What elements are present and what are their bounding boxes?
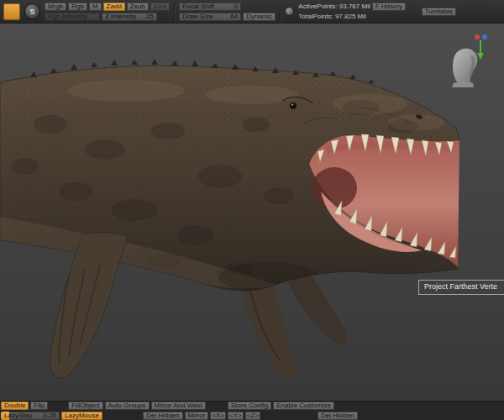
draw-size-slider[interactable]: Draw Size 64 [179, 13, 241, 21]
enable-customize-button[interactable]: Enable Customize [273, 402, 334, 410]
lazystep-slider[interactable]: LazyStep 0.25 [1, 412, 60, 420]
zcut-button[interactable]: Zcut [150, 3, 171, 11]
mosasaur-model[interactable] [0, 59, 459, 378]
dynamic-button[interactable]: Dynamic [243, 13, 276, 21]
brush-size-group: Focal Shift 0 Draw Size 64 Dynamic [179, 3, 276, 21]
zsub-button[interactable]: Zsub [127, 3, 149, 11]
double-button[interactable]: Double [1, 402, 29, 410]
mrgb-button[interactable]: Mrgb [45, 3, 66, 11]
front-flipper [50, 232, 128, 377]
z-intensity-value: 25 [146, 13, 154, 21]
rgb-intensity-label: Rgb Intensity [48, 13, 87, 21]
top-shelf: S Mrgb Rgb M Zadd Zsub Zcut Rgb Intensit… [0, 0, 504, 24]
tooltip: Project Farthest Verte [418, 280, 504, 295]
separator [174, 3, 175, 21]
viewport-canvas[interactable]: Project Farthest Verte [0, 24, 504, 401]
z-intensity-slider[interactable]: Z Intensity 25 [102, 13, 157, 21]
bottom-row-1: Double Flip FillObject Auto Groups Mirro… [1, 402, 503, 410]
bottom-row-2: LazyStep 0.25 LazyMouse Del Hidden Mirro… [1, 412, 503, 420]
axis-y-button[interactable]: <Y> [228, 412, 244, 420]
lazymouse-button[interactable]: LazyMouse [61, 412, 102, 420]
mirror-button[interactable]: Mirror [185, 412, 209, 420]
axis-x-button[interactable]: <X> [210, 412, 226, 420]
mirror-and-weld-button[interactable]: Mirror And Weld [151, 402, 206, 410]
flip-button[interactable]: Flip [30, 402, 48, 410]
points-stats-group: ActivePoints: 93.767 Mil F History Total… [298, 3, 405, 21]
active-points-stat: ActivePoints: 93.767 Mil [298, 3, 370, 11]
turntable-button[interactable]: Turntable [422, 8, 457, 16]
separator [280, 3, 281, 21]
draw-size-label: Draw Size [182, 13, 213, 21]
lazystep-value: 0.25 [43, 412, 56, 420]
head-preview-thumbnail [452, 49, 477, 87]
brush-preview-letter: S [29, 8, 34, 16]
lazystep-label: LazyStep [4, 412, 32, 420]
throat-shadow [312, 167, 357, 209]
focal-shift-label: Focal Shift [182, 3, 214, 11]
rgb-intensity-slider[interactable]: Rgb Intensity [45, 13, 100, 21]
axis-z-button[interactable]: <Z> [245, 412, 260, 420]
fillobject-button[interactable]: FillObject [68, 402, 102, 410]
auto-groups-button[interactable]: Auto Groups [105, 402, 150, 410]
eye [290, 102, 297, 109]
m-button[interactable]: M [89, 3, 102, 11]
points-icon [285, 7, 294, 16]
zadd-button[interactable]: Zadd [103, 3, 125, 11]
viewport-render [0, 24, 504, 401]
del-hidden-2-button[interactable]: Del Hidden [318, 412, 358, 420]
rgb-button[interactable]: Rgb [68, 3, 87, 11]
bottom-tray: Double Flip FillObject Auto Groups Mirro… [0, 401, 504, 420]
focal-shift-slider[interactable]: Focal Shift 0 [179, 3, 241, 11]
total-points-stat: TotalPoints: 97.825 Mil [298, 13, 366, 21]
z-intensity-label: Z Intensity [105, 13, 136, 21]
focal-shift-value: 0 [234, 3, 238, 11]
paint-sculpt-group: Mrgb Rgb M Zadd Zsub Zcut Rgb Intensity … [45, 3, 170, 21]
app-logo-icon[interactable] [3, 3, 20, 20]
del-hidden-button[interactable]: Del Hidden [143, 412, 183, 420]
store-config-button[interactable]: Store Config [228, 402, 271, 410]
history-button[interactable]: F History [372, 3, 406, 11]
brush-preview-icon[interactable]: S [24, 3, 40, 19]
draw-size-value: 64 [230, 13, 238, 21]
eye-glint [291, 103, 293, 105]
